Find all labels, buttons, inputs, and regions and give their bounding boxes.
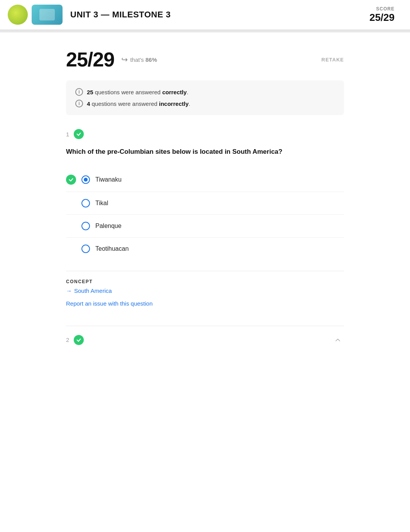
radio-tiwanaku[interactable]: [81, 175, 90, 184]
page-title: UNIT 3 — MILESTONE 3: [70, 10, 171, 20]
question-2-left: 2: [66, 335, 84, 345]
correct-count: 25: [87, 89, 93, 95]
thats-label: that's: [130, 56, 144, 63]
answer-options-1: Tiwanaku Tikal Palenque Teotihuacan: [66, 168, 344, 260]
logo-area: UNIT 3 — MILESTONE 3: [8, 5, 171, 25]
question-divider: [66, 326, 344, 326]
radio-teotihuacan[interactable]: [81, 245, 90, 253]
incorrect-emphasis: incorrectly: [159, 100, 189, 107]
answer-option-tiwanaku[interactable]: Tiwanaku: [66, 168, 344, 192]
answer-option-palenque[interactable]: Palenque: [66, 215, 344, 238]
concept-section-1: CONCEPT → South America Report an issue …: [66, 271, 344, 307]
page-header: UNIT 3 — MILESTONE 3 SCORE 25/29: [0, 0, 410, 30]
correct-indicator-tiwanaku: [66, 175, 76, 185]
info-box: i 25 questions were answered correctly. …: [66, 80, 344, 115]
question-2-number: 2: [66, 337, 69, 343]
radio-tikal[interactable]: [81, 199, 90, 207]
question-1-header: 1: [66, 129, 344, 139]
question-1-correct-icon: [74, 129, 84, 139]
answer-label-palenque: Palenque: [95, 223, 122, 229]
logo-rect-icon: [32, 5, 63, 25]
logo-circle-icon: [8, 5, 28, 25]
question-1: 1 Which of the pre-Columbian sites below…: [66, 129, 344, 307]
info-icon-incorrect: i: [75, 100, 83, 107]
correct-emphasis: correctly: [162, 89, 186, 95]
question-2-collapse-button[interactable]: [332, 334, 344, 346]
incorrect-count: 4: [87, 100, 90, 107]
correct-info-row: i 25 questions were answered correctly.: [75, 88, 335, 96]
incorrect-info-text: 4 questions were answered incorrectly.: [87, 100, 190, 107]
concept-label: CONCEPT: [66, 279, 344, 284]
concept-link-text: South America: [74, 287, 112, 294]
radio-palenque[interactable]: [81, 222, 90, 230]
score-section: 25/29 ↩ that's 86% RETAKE: [66, 48, 344, 71]
big-score: 25/29: [66, 48, 114, 71]
answer-label-teotihuacan: Teotihuacan: [95, 245, 129, 252]
radio-dot-tiwanaku: [84, 178, 88, 182]
score-value: 25/29: [369, 12, 395, 24]
question-2-correct-icon: [74, 335, 84, 345]
arrow-icon: ↩: [121, 55, 128, 64]
question-2-header: 2: [66, 334, 344, 346]
main-content: 25/29 ↩ that's 86% RETAKE i 25 questions…: [58, 32, 352, 362]
correct-text: questions were answered: [95, 89, 162, 95]
answer-option-teotihuacan[interactable]: Teotihuacan: [66, 238, 344, 260]
arrow-right-icon: →: [66, 287, 72, 294]
header-score-area: SCORE 25/29: [369, 6, 395, 24]
question-1-number: 1: [66, 131, 69, 138]
score-label: SCORE: [369, 6, 395, 12]
incorrect-text: questions were answered: [92, 100, 159, 107]
retake-button[interactable]: RETAKE: [322, 57, 344, 63]
question-1-text: Which of the pre-Columbian sites below i…: [66, 147, 344, 157]
thats-percent-text: that's 86%: [130, 56, 157, 63]
percent-value: 86%: [146, 56, 157, 63]
answer-label-tikal: Tikal: [95, 200, 108, 207]
correct-info-text: 25 questions were answered correctly.: [87, 89, 188, 95]
concept-link[interactable]: → South America: [66, 287, 344, 294]
report-issue-link[interactable]: Report an issue with this question: [66, 300, 152, 307]
answer-label-tiwanaku: Tiwanaku: [95, 176, 122, 183]
answer-option-tikal[interactable]: Tikal: [66, 192, 344, 215]
incorrect-info-row: i 4 questions were answered incorrectly.: [75, 100, 335, 107]
info-icon-correct: i: [75, 88, 83, 96]
score-percent-area: ↩ that's 86%: [121, 55, 157, 64]
